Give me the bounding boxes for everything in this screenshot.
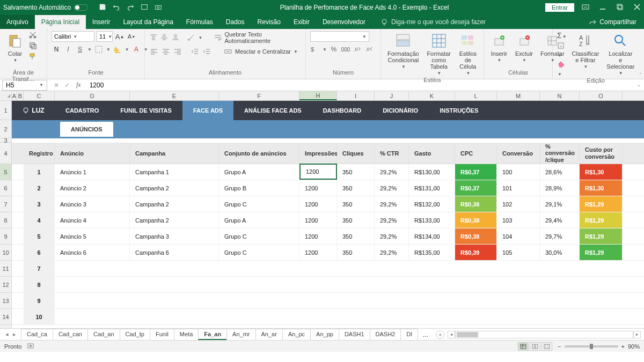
row-7[interactable]: 7 xyxy=(0,196,11,212)
qat-btn-icon[interactable] xyxy=(141,3,148,12)
tellme-search[interactable]: Diga-me o que você deseja fazer xyxy=(375,15,581,29)
sheet-tab-Fa_an[interactable]: Fa_an xyxy=(198,329,227,340)
fill-icon[interactable]: ▼ xyxy=(557,42,567,58)
col-O[interactable]: O xyxy=(580,91,623,100)
col-I[interactable]: I xyxy=(337,91,375,100)
navtab-dashboard[interactable]: DASHBOARD xyxy=(312,101,372,120)
select-all-corner[interactable]: ◢ xyxy=(0,91,12,100)
cell[interactable]: R$133,00 xyxy=(409,212,455,228)
insert-cells-button[interactable]: Inserir▼ xyxy=(488,31,510,64)
cell[interactable]: R$0,38 xyxy=(455,212,497,228)
decrease-decimal-icon[interactable]: .0 xyxy=(364,45,374,54)
sheet-tab-An_pc[interactable]: An_pc xyxy=(282,329,311,340)
menu-layout[interactable]: Layout da Página xyxy=(116,15,179,29)
cell[interactable]: R$134,00 xyxy=(409,228,455,244)
cell[interactable]: 29,7% xyxy=(540,228,580,244)
cell[interactable]: 1200 xyxy=(299,245,337,260)
row-9[interactable]: 9 xyxy=(0,228,11,245)
view-page-layout-icon[interactable] xyxy=(530,342,540,351)
navtab-análise-face-ads[interactable]: ANÁLISE FACE ADS xyxy=(233,101,312,120)
hscroll-right-icon[interactable]: ▸ xyxy=(633,331,641,338)
cell[interactable]: Anúncio 2 xyxy=(55,180,130,196)
align-center-icon[interactable] xyxy=(161,47,171,56)
cell[interactable]: R$1,30 xyxy=(580,180,623,196)
menu-file[interactable]: Arquivo xyxy=(0,15,35,29)
decrease-font-icon[interactable]: A▼ xyxy=(127,32,136,41)
col-L[interactable]: L xyxy=(455,91,497,100)
cell[interactable]: 1200 xyxy=(299,196,337,212)
cell[interactable]: R$1,29 xyxy=(580,212,623,228)
cell[interactable]: 29,2% xyxy=(375,212,409,228)
enter-formula-icon[interactable]: ✓ xyxy=(64,82,70,89)
wrap-text-label[interactable]: Quebrar Texto Automaticamente xyxy=(224,31,301,44)
row-5[interactable]: 5 xyxy=(0,164,11,180)
cell[interactable]: 350 xyxy=(337,245,375,260)
col-B[interactable]: B xyxy=(17,91,24,100)
maximize-icon[interactable] xyxy=(616,4,624,12)
hscroll-thumb[interactable] xyxy=(457,332,478,337)
align-bottom-icon[interactable] xyxy=(171,33,180,42)
cell[interactable]: R$0,37 xyxy=(455,164,497,180)
navtab-face-ads[interactable]: FACE ADS xyxy=(182,101,233,120)
indent-decrease-icon[interactable] xyxy=(190,47,200,56)
row-1[interactable]: 1 xyxy=(0,101,11,120)
cell[interactable]: 103 xyxy=(497,212,540,228)
sheet-tab-An_mr[interactable]: An_mr xyxy=(226,329,255,340)
collapse-ribbon-icon[interactable]: ˄ xyxy=(639,72,642,78)
percent-icon[interactable]: % xyxy=(329,45,339,54)
navtab-funil-de-visitas[interactable]: FUNIL DE VISITAS xyxy=(109,101,182,120)
col-N[interactable]: N xyxy=(540,91,580,100)
cell[interactable]: Anúncio 3 xyxy=(55,196,130,212)
font-name-select[interactable]: Calibri▼ xyxy=(52,31,94,42)
cell[interactable]: R$130,00 xyxy=(409,164,455,180)
col-M[interactable]: M xyxy=(497,91,540,100)
delete-cells-button[interactable]: Excluir▼ xyxy=(513,31,535,64)
thousand-sep-icon[interactable]: 000 xyxy=(341,45,350,54)
menu-insert[interactable]: Inserir xyxy=(86,15,116,29)
anuncios-tab[interactable]: ANÚNCIOS xyxy=(60,122,113,137)
scroll-first-icon[interactable]: ◂ xyxy=(5,331,9,338)
sheet-tab-Meta[interactable]: Meta xyxy=(174,329,199,340)
cell-styles-button[interactable]: Estilos de Célula▼ xyxy=(457,31,479,77)
col-C[interactable]: C xyxy=(24,91,55,100)
align-top-icon[interactable] xyxy=(149,33,158,42)
sheet-tab-DASH1[interactable]: DASH1 xyxy=(339,329,370,340)
cell[interactable]: R$0,38 xyxy=(455,196,497,212)
cell[interactable]: 29,1% xyxy=(540,196,580,212)
col-J[interactable]: J xyxy=(375,91,409,100)
cell[interactable]: Campanha 2 xyxy=(130,196,219,212)
ribbon-options-icon[interactable] xyxy=(582,4,589,11)
cut-icon[interactable] xyxy=(29,31,36,40)
cell[interactable]: Campanha 6 xyxy=(130,245,219,260)
cell[interactable]: Campanha 2 xyxy=(130,180,219,196)
cell[interactable]: Grupo A xyxy=(219,212,299,228)
view-page-break-icon[interactable] xyxy=(541,342,552,351)
cell[interactable]: 1 xyxy=(24,164,55,180)
cell[interactable]: 350 xyxy=(337,180,375,196)
cell[interactable]: 1200 xyxy=(299,228,337,244)
italic-icon[interactable]: I xyxy=(63,45,73,54)
cell[interactable]: 5 xyxy=(24,228,55,244)
merge-icon[interactable] xyxy=(223,47,233,56)
row-8[interactable]: 8 xyxy=(0,212,11,228)
wrap-text-icon[interactable] xyxy=(214,33,222,42)
number-format-select[interactable]: ▼ xyxy=(310,31,369,42)
align-left-icon[interactable] xyxy=(149,47,159,56)
menu-view[interactable]: Exibir xyxy=(287,15,316,29)
cell[interactable]: 2 xyxy=(24,180,55,196)
currency-icon[interactable]: $ xyxy=(310,45,320,54)
scroll-last-icon[interactable]: ▸ xyxy=(13,331,16,338)
cell[interactable]: 29,2% xyxy=(375,228,409,244)
share-button[interactable]: Compartilhar xyxy=(581,15,644,29)
cell[interactable]: R$1,29 xyxy=(580,196,623,212)
row-11[interactable]: 11 xyxy=(0,261,11,277)
cell[interactable]: Campanha 1 xyxy=(130,164,219,180)
qat-camera-icon[interactable] xyxy=(155,3,162,12)
cell[interactable]: 29,2% xyxy=(375,164,409,180)
row-14[interactable]: 14 xyxy=(0,309,11,325)
view-normal-icon[interactable] xyxy=(518,342,529,351)
cell[interactable]: 3 xyxy=(24,196,55,212)
selected-cell[interactable]: 1200 xyxy=(299,164,337,180)
zoom-in-icon[interactable]: + xyxy=(621,343,625,350)
cell[interactable]: 1200 xyxy=(299,180,337,196)
